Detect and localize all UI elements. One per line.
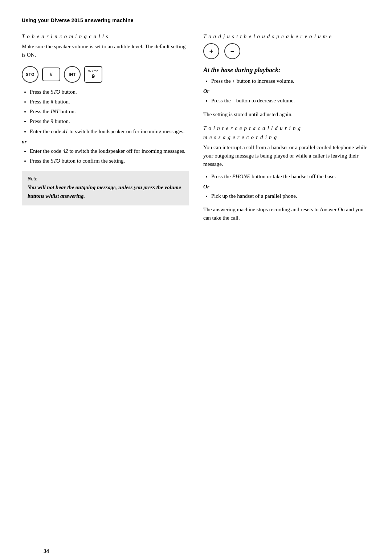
hash-word: #	[51, 99, 54, 105]
bullet-parallel: Pick up the handset of a parallel phone.	[211, 192, 370, 200]
wxyz-num: 9	[92, 73, 95, 79]
section4-title2: m e s s a g e r e c o r d i n g	[203, 134, 370, 140]
bullet-sto: Press the STO button.	[30, 88, 189, 96]
hash-button-icon: #	[42, 68, 60, 81]
plus-button-icon: +	[203, 43, 219, 59]
right-bullets-group3: Press the PHONE button or take the hands…	[203, 172, 370, 181]
right-bullets-group1: Press the + button to increase volume.	[203, 77, 370, 85]
right-column: T o a d j u s t t h e l o u d s p e a k …	[203, 33, 370, 226]
phone-word: PHONE	[232, 174, 250, 179]
bullet-decrease: Press the – button to decrease volume.	[211, 97, 370, 105]
wxyz-letters: WXYZ	[88, 69, 98, 73]
bullet-int: Press the INT button.	[30, 107, 189, 116]
bullet-phone: Press the PHONE button or take the hands…	[211, 172, 370, 181]
code42: 42	[62, 148, 68, 154]
button-row: STO # INT WXYZ 9	[22, 66, 189, 83]
int-word: INT	[51, 109, 59, 114]
bullet-increase: Press the + button to increase volume.	[211, 77, 370, 85]
section1-intro: Make sure the speaker volume is set to a…	[22, 42, 189, 60]
page-header: Using your Diverse 2015 answering machin…	[22, 17, 370, 23]
or-label-3: Or	[203, 184, 370, 190]
ending-text: The answering machine stops recording an…	[203, 205, 370, 223]
right-bullets-group2: Press the – button to decrease volume.	[203, 97, 370, 105]
page-number: 34	[44, 548, 49, 554]
left-bullets-group2: Enter the code 42 to switch the loudspea…	[22, 147, 189, 166]
code41: 41	[62, 128, 68, 134]
bullet-9: Press the 9 button.	[30, 117, 189, 126]
note-body: You will not hear the outgoing message, …	[28, 183, 183, 200]
wxyz-button-icon: WXYZ 9	[84, 66, 102, 83]
left-column: T o h e a r i n c o m i n g c a l l s Ma…	[22, 33, 189, 205]
right-bullets-group4: Pick up the handset of a parallel phone.	[203, 192, 370, 200]
stored-text: The setting is stored until adjusted aga…	[203, 110, 370, 119]
or-label-2: Or	[203, 88, 370, 94]
int-button-icon: INT	[64, 66, 81, 83]
bullet-code41: Enter the code 41 to switch the loudspea…	[30, 127, 189, 136]
or-label-1: or	[22, 139, 189, 145]
bullet-confirm: Press the STO button to confirm the sett…	[30, 157, 189, 165]
note-box: Note You will not hear the outgoing mess…	[22, 171, 189, 205]
sto-word2: STO	[51, 158, 60, 164]
intercept-body: You can interrupt a call from a handset …	[203, 143, 370, 169]
bullet-code42: Enter the code 42 to switch the loudspea…	[30, 147, 189, 155]
left-bullets-group1: Press the STO button. Press the # button…	[22, 88, 189, 136]
note-title: Note	[28, 176, 183, 182]
section1-title: T o h e a r i n c o m i n g c a l l s	[22, 33, 189, 40]
section2-title: T o a d j u s t t h e l o u d s p e a k …	[203, 33, 370, 40]
minus-button-icon: –	[224, 43, 240, 59]
sto-button-icon: STO	[22, 66, 38, 83]
volume-buttons-row: + –	[203, 43, 370, 59]
bullet-hash: Press the # button.	[30, 98, 189, 106]
sto-word: STO	[51, 89, 60, 95]
dash-word: –	[232, 98, 235, 103]
section4-title: T o i n t e r c e p t a c a l l d u r i …	[203, 125, 370, 131]
section3-title: At the base during playback:	[203, 66, 370, 74]
